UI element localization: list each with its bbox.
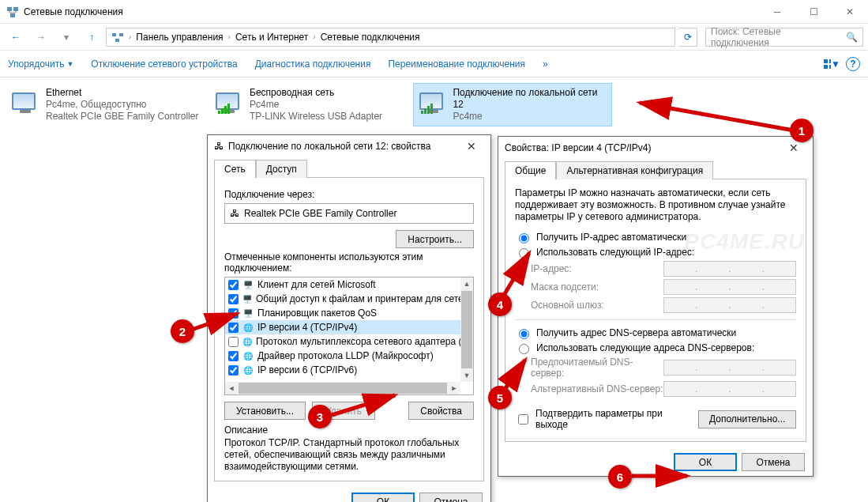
connection-ethernet[interactable]: Ethernet Pc4me, Общедоступно Realtek PCI… bbox=[6, 84, 204, 126]
nav-back-button[interactable]: ← bbox=[5, 26, 27, 48]
ok-button[interactable]: ОК bbox=[351, 493, 415, 502]
cmd-more[interactable]: » bbox=[543, 59, 548, 70]
connection-device: TP-LINK Wireless USB Adapter bbox=[250, 111, 382, 123]
component-label: IP версии 6 (TCP/IPv6) bbox=[257, 364, 357, 376]
connection-status: Pc4me, Общедоступно bbox=[46, 99, 198, 111]
chevron-right-icon: › bbox=[313, 32, 315, 41]
component-row[interactable]: 🖥️Планировщик пакетов QoS bbox=[225, 306, 460, 320]
close-icon[interactable]: ✕ bbox=[781, 142, 806, 154]
component-row[interactable]: 🌐Драйвер протокола LLDP (Майкрософт) bbox=[225, 349, 460, 363]
dns-preferred-input: ... bbox=[663, 360, 796, 376]
address-bar: ← → ▾ ↑ › Панель управления › Сеть и Инт… bbox=[0, 24, 868, 51]
component-row[interactable]: 🌐Протокол мультиплексора сетевого адапте… bbox=[225, 334, 460, 349]
component-checkbox[interactable] bbox=[228, 337, 239, 347]
svg-rect-4 bbox=[119, 33, 123, 36]
svg-rect-7 bbox=[829, 59, 831, 63]
cancel-button[interactable]: Отмена bbox=[419, 493, 483, 502]
gateway-input: ... bbox=[663, 297, 796, 313]
connection-status: Pc4me bbox=[250, 99, 382, 111]
advanced-button[interactable]: Дополнительно... bbox=[698, 410, 796, 428]
svg-rect-9 bbox=[829, 65, 831, 69]
tab-network[interactable]: Сеть bbox=[214, 160, 256, 178]
breadcrumb[interactable]: › Панель управления › Сеть и Интернет › … bbox=[106, 28, 675, 47]
connection-device: Realtek PCIe GBE Family Controller bbox=[46, 111, 198, 123]
component-label: Клиент для сетей Microsoft bbox=[257, 279, 376, 290]
component-properties-button[interactable]: Свойства bbox=[408, 402, 474, 420]
connection-name: Ethernet bbox=[46, 87, 198, 99]
tab-alt-config[interactable]: Альтернативная конфигурация bbox=[556, 161, 713, 179]
component-checkbox[interactable] bbox=[228, 323, 239, 333]
components-list[interactable]: 🖥️Клиент для сетей Microsoft 🖥️Общий дос… bbox=[224, 277, 474, 395]
maximize-button[interactable]: ☐ bbox=[795, 0, 832, 24]
gateway-row: Основной шлюз:... bbox=[531, 297, 796, 313]
protocol-icon: 🌐 bbox=[242, 322, 254, 333]
svg-rect-3 bbox=[112, 33, 116, 36]
connection-name: Беспроводная сеть bbox=[250, 87, 382, 99]
svg-rect-2 bbox=[10, 13, 15, 17]
annotation-badge-1: 1 bbox=[790, 119, 814, 142]
radio-dns-manual[interactable]: Использовать следующие адреса DNS-сервер… bbox=[515, 342, 796, 354]
wifi-icon bbox=[213, 87, 242, 115]
window-title: Сетевые подключения bbox=[24, 6, 123, 17]
share-icon: 🖥️ bbox=[242, 293, 252, 304]
dialog-title: Свойства: IP версии 4 (TCP/IPv4) bbox=[505, 142, 652, 153]
dialog-titlebar: Свойства: IP версии 4 (TCP/IPv4) ✕ bbox=[498, 137, 813, 159]
breadcrumb-icon bbox=[111, 31, 124, 43]
ok-button[interactable]: ОК bbox=[674, 453, 737, 471]
cmd-diagnose[interactable]: Диагностика подключения bbox=[255, 59, 371, 70]
breadcrumb-control-panel[interactable]: Панель управления bbox=[136, 32, 223, 43]
watermark: PC4ME.RU bbox=[684, 229, 805, 255]
component-checkbox[interactable] bbox=[228, 365, 239, 376]
configure-button[interactable]: Настроить... bbox=[396, 230, 474, 248]
cancel-button[interactable]: Отмена bbox=[742, 453, 805, 471]
ethernet-icon bbox=[9, 87, 38, 115]
adapter-field[interactable]: 🖧 Realtek PCIe GBE Family Controller bbox=[224, 203, 474, 224]
tab-access[interactable]: Доступ bbox=[256, 160, 307, 178]
component-checkbox[interactable] bbox=[228, 294, 239, 304]
cmd-disable-device[interactable]: Отключение сетевого устройства bbox=[91, 59, 237, 70]
titlebar: Сетевые подключения ─ ☐ ✕ bbox=[0, 0, 868, 24]
component-label: Протокол мультиплексора сетевого адаптер… bbox=[256, 336, 460, 347]
component-row[interactable]: 🖥️Клиент для сетей Microsoft bbox=[225, 277, 460, 292]
component-checkbox[interactable] bbox=[228, 308, 239, 319]
chevron-right-icon: › bbox=[129, 32, 131, 41]
connection-wireless[interactable]: Беспроводная сеть Pc4me TP-LINK Wireless… bbox=[210, 84, 408, 126]
search-input[interactable]: Поиск: Сетевые подключения 🔍 bbox=[705, 28, 863, 47]
validate-checkbox[interactable]: Подтвердить параметры при выходе bbox=[515, 408, 692, 430]
svg-rect-5 bbox=[115, 39, 119, 42]
breadcrumb-network-internet[interactable]: Сеть и Интернет bbox=[235, 32, 308, 43]
connection-local-12[interactable]: Подключение по локальной сети 12 Pc4me bbox=[414, 84, 611, 126]
vertical-scrollbar[interactable]: ▲▼ bbox=[460, 277, 473, 382]
component-checkbox[interactable] bbox=[228, 351, 239, 361]
component-row[interactable]: 🖥️Общий доступ к файлам и принтерам для … bbox=[225, 292, 460, 306]
wifi-icon bbox=[417, 87, 445, 115]
nav-history-button[interactable]: ▾ bbox=[55, 26, 77, 48]
help-button[interactable]: ? bbox=[846, 57, 860, 71]
cmd-organize[interactable]: Упорядочить▼ bbox=[8, 59, 73, 70]
connection-properties-dialog: 🖧 Подключение по локальной сети 12: свой… bbox=[207, 134, 491, 502]
nav-forward-button[interactable]: → bbox=[30, 26, 52, 48]
close-icon[interactable]: ✕ bbox=[459, 140, 484, 153]
breadcrumb-network-connections[interactable]: Сетевые подключения bbox=[321, 32, 420, 43]
description-text: Протокол TCP/IP. Стандартный протокол гл… bbox=[224, 437, 474, 473]
tab-general[interactable]: Общие bbox=[505, 161, 556, 179]
minimize-button[interactable]: ─ bbox=[759, 0, 795, 24]
search-placeholder: Поиск: Сетевые подключения bbox=[711, 26, 841, 48]
refresh-button[interactable]: ⟳ bbox=[678, 28, 697, 47]
component-row-ipv4[interactable]: 🌐IP версии 4 (TCP/IPv4) bbox=[225, 320, 460, 334]
search-icon: 🔍 bbox=[846, 32, 858, 43]
subnet-mask-input: ... bbox=[663, 279, 796, 295]
install-button[interactable]: Установить... bbox=[224, 402, 306, 420]
cmd-rename[interactable]: Переименование подключения bbox=[388, 59, 525, 70]
close-button[interactable]: ✕ bbox=[832, 0, 868, 24]
protocol-icon: 🌐 bbox=[242, 350, 254, 361]
component-row[interactable]: 🌐IP версии 6 (TCP/IPv6) bbox=[225, 363, 460, 377]
components-label: Отмеченные компоненты используются этим … bbox=[224, 251, 474, 274]
horizontal-scrollbar[interactable]: ◄► bbox=[225, 382, 460, 394]
radio-dns-auto[interactable]: Получить адрес DNS-сервера автоматически bbox=[515, 326, 796, 339]
annotation-badge-2: 2 bbox=[171, 319, 194, 343]
component-checkbox[interactable] bbox=[228, 280, 239, 290]
nav-up-button[interactable]: ↑ bbox=[81, 26, 103, 48]
view-options-button[interactable]: ▼ bbox=[822, 55, 841, 74]
connect-via-label: Подключение через: bbox=[224, 189, 474, 200]
